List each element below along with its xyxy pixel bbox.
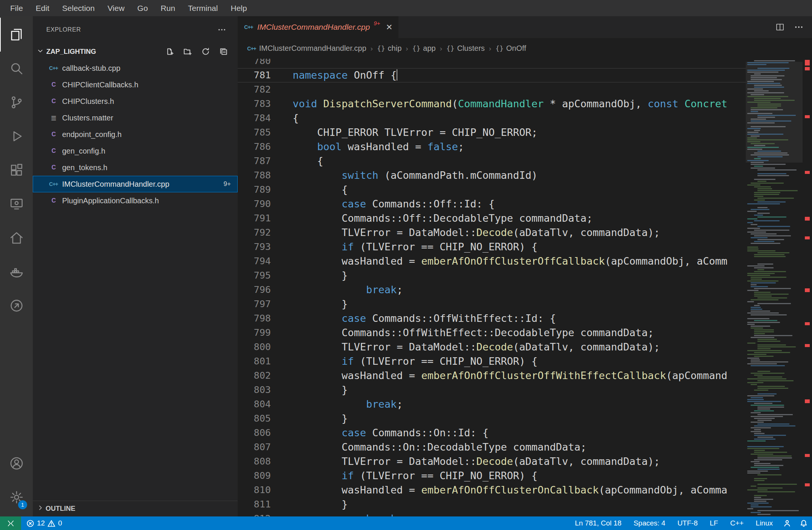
explorer-icon[interactable]	[0, 18, 33, 52]
file-chipclusters-h[interactable]: CCHIPClusters.h	[33, 93, 238, 110]
code-line-790[interactable]: 790 case Commands::Off::Id: {	[238, 197, 746, 211]
search-icon[interactable]	[0, 52, 33, 85]
tab-imclustercommandhandler[interactable]: C++ IMClusterCommandHandler.cpp 9+ ×	[238, 16, 398, 38]
status-eol[interactable]: LF	[704, 516, 724, 530]
source-control-icon[interactable]	[0, 85, 33, 119]
docker-icon[interactable]	[0, 255, 33, 289]
file-clusters-matter[interactable]: ≣Clusters.matter	[33, 110, 238, 126]
ports-icon[interactable]	[0, 289, 33, 323]
code-line-807[interactable]: 807 Commands::On::DecodableType commandD…	[238, 440, 746, 454]
code-line-802[interactable]: 802 wasHandled = emberAfOnOffClusterOffW…	[238, 369, 746, 383]
home-icon[interactable]	[0, 221, 33, 255]
code-line-780[interactable]: 780	[238, 59, 746, 68]
code-line-803[interactable]: 803 }	[238, 383, 746, 397]
collapse-all-icon[interactable]	[220, 47, 228, 56]
remote-indicator[interactable]	[0, 516, 21, 530]
file-pluginapplicationcallbacks-h[interactable]: CPluginApplicationCallbacks.h	[33, 192, 238, 209]
line-content: Commands::Off::DecodableType commandData…	[271, 211, 746, 225]
breadcrumb-clusters[interactable]: {}Clusters	[446, 44, 485, 53]
error-mark	[805, 288, 810, 292]
code-line-804[interactable]: 804 break;	[238, 397, 746, 411]
file-imclustercommandhandler-cpp[interactable]: C++IMClusterCommandHandler.cpp9+	[33, 176, 238, 192]
code-line-801[interactable]: 801 if (TLVError == CHIP_NO_ERROR) {	[238, 354, 746, 369]
code-line-791[interactable]: 791 Commands::Off::DecodableType command…	[238, 211, 746, 225]
split-editor-icon[interactable]	[775, 22, 785, 32]
code-line-809[interactable]: 809 if (TLVError == CHIP_NO_ERROR) {	[238, 469, 746, 483]
menu-edit[interactable]: Edit	[29, 0, 56, 16]
status-indentation[interactable]: Spaces: 4	[627, 516, 672, 530]
settings-icon[interactable]: 1	[0, 480, 33, 514]
menu-view[interactable]: View	[101, 0, 131, 16]
folder-section-header[interactable]: ZAP_LIGHTING	[33, 43, 238, 60]
line-content: case Commands::On::Id: {	[271, 426, 746, 440]
close-tab-icon[interactable]: ×	[386, 22, 392, 32]
code-line-796[interactable]: 796 break;	[238, 283, 746, 297]
code-line-810[interactable]: 810 wasHandled = emberAfOnOffClusterOnCa…	[238, 483, 746, 497]
code-line-806[interactable]: 806 case Commands::On::Id: {	[238, 426, 746, 440]
new-folder-icon[interactable]	[183, 47, 192, 56]
line-content: }	[271, 497, 746, 512]
line-content: break;	[271, 283, 746, 297]
scrollbar[interactable]	[803, 59, 812, 516]
code-line-797[interactable]: 797 }	[238, 297, 746, 311]
code-content[interactable]: 780781namespace OnOff {782783void Dispat…	[238, 59, 746, 516]
code-line-792[interactable]: 792 TLVError = DataModel::Decode(aDataTl…	[238, 225, 746, 240]
code-line-781[interactable]: 781namespace OnOff {	[238, 68, 746, 82]
menu-file[interactable]: File	[4, 0, 29, 16]
status-selection-position[interactable]: Ln 781, Col 18	[569, 516, 628, 530]
file-gen-tokens-h[interactable]: Cgen_tokens.h	[33, 159, 238, 176]
editor-more-icon[interactable]	[794, 22, 804, 32]
breadcrumb-onoff[interactable]: {}OnOff	[495, 44, 526, 53]
menu-terminal[interactable]: Terminal	[182, 0, 224, 16]
file-callback-stub-cpp[interactable]: C++callback-stub.cpp	[33, 60, 238, 76]
code-line-805[interactable]: 805 }	[238, 411, 746, 426]
outline-section[interactable]: OUTLINE	[33, 501, 238, 516]
code-line-789[interactable]: 789 {	[238, 183, 746, 197]
sidebar-more-icon[interactable]	[217, 25, 226, 34]
remote-explorer-icon[interactable]	[0, 187, 33, 221]
run-debug-icon[interactable]	[0, 119, 33, 153]
code-line-793[interactable]: 793 if (TLVError == CHIP_NO_ERROR) {	[238, 240, 746, 254]
menu-go[interactable]: Go	[131, 0, 154, 16]
status-language-mode[interactable]: C++	[724, 516, 750, 530]
cpp-file-icon: C++	[49, 65, 58, 71]
code-line-794[interactable]: 794 wasHandled = emberAfOnOffClusterOffC…	[238, 254, 746, 268]
code-line-798[interactable]: 798 case Commands::OffWithEffect::Id: {	[238, 311, 746, 326]
code-line-782[interactable]: 782	[238, 82, 746, 97]
code-line-795[interactable]: 795 }	[238, 268, 746, 283]
problems-indicator[interactable]: 12 0	[21, 516, 67, 530]
code-line-787[interactable]: 787 {	[238, 154, 746, 168]
code-line-788[interactable]: 788 switch (aCommandPath.mCommandId)	[238, 168, 746, 183]
new-file-icon[interactable]	[165, 47, 174, 56]
menu-selection[interactable]: Selection	[56, 0, 101, 16]
breadcrumb-app[interactable]: {}app	[412, 44, 436, 53]
line-number: 811	[238, 497, 271, 512]
line-content	[271, 82, 746, 97]
code-line-808[interactable]: 808 TLVError = DataModel::Decode(aDataTl…	[238, 454, 746, 469]
code-line-786[interactable]: 786 bool wasHandled = false;	[238, 140, 746, 154]
status-encoding[interactable]: UTF-8	[672, 516, 704, 530]
bell-icon[interactable]	[795, 516, 812, 530]
code-editor[interactable]: 780781namespace OnOff {782783void Dispat…	[238, 59, 812, 516]
code-line-783[interactable]: 783void DispatchServerCommand(CommandHan…	[238, 97, 746, 111]
menu-run[interactable]: Run	[154, 0, 182, 16]
file-chipclientcallbacks-h[interactable]: CCHIPClientCallbacks.h	[33, 76, 238, 93]
code-line-811[interactable]: 811 }	[238, 497, 746, 512]
minimap[interactable]	[746, 59, 803, 516]
refresh-icon[interactable]	[201, 47, 210, 56]
breadcrumb-chip[interactable]: {}chip	[377, 44, 401, 53]
code-line-800[interactable]: 800 TLVError = DataModel::Decode(aDataTl…	[238, 340, 746, 354]
file-endpoint-config-h[interactable]: Cendpoint_config.h	[33, 126, 238, 143]
breadcrumb-imclustercommandhandler-cpp[interactable]: C++IMClusterCommandHandler.cpp	[247, 44, 366, 53]
code-line-799[interactable]: 799 Commands::OffWithEffect::DecodableTy…	[238, 326, 746, 340]
account-icon[interactable]	[0, 446, 33, 480]
file-gen-config-h[interactable]: Cgen_config.h	[33, 143, 238, 159]
status-remote-os[interactable]: Linux	[750, 516, 779, 530]
code-line-784[interactable]: 784{	[238, 111, 746, 125]
code-line-812[interactable]: 812 break;	[238, 512, 746, 516]
extensions-icon[interactable]	[0, 153, 33, 187]
feedback-icon[interactable]	[779, 516, 795, 530]
activity-bar-bottom: 1	[0, 446, 33, 514]
code-line-785[interactable]: 785 CHIP_ERROR TLVError = CHIP_NO_ERROR;	[238, 125, 746, 140]
menu-help[interactable]: Help	[224, 0, 253, 16]
